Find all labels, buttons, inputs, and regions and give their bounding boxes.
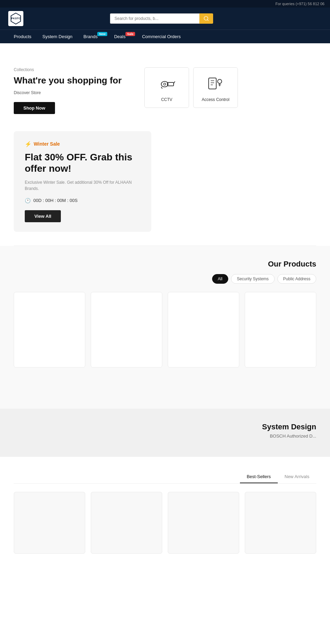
product-card[interactable] (91, 292, 162, 368)
sale-tag: ⚡ Winter Sale (25, 141, 140, 147)
bolt-icon: ⚡ (25, 141, 32, 147)
bestseller-card[interactable] (14, 492, 85, 554)
brands-new-badge: New (97, 32, 107, 36)
discover-link[interactable]: Discover Store (14, 90, 131, 95)
footer-spacer (0, 581, 330, 595)
search-button[interactable] (199, 13, 213, 24)
bestseller-card[interactable] (168, 492, 239, 554)
svg-rect-8 (209, 78, 216, 89)
search-icon (204, 16, 209, 21)
products-header: Our Products All Security Systems Public… (14, 260, 316, 284)
cctv-icon (156, 73, 177, 94)
sale-section: ⚡ Winter Sale Flat 30% OFF. Grab this of… (0, 124, 330, 246)
nav-commercial-orders[interactable]: Commercial Orders (136, 30, 186, 44)
product-card[interactable] (168, 292, 239, 368)
collections-section: Collections What're you shopping for Dis… (0, 57, 330, 124)
clock-icon: 🕐 (25, 198, 31, 203)
filter-tab-security[interactable]: Security Systems (231, 274, 275, 284)
countdown: 🕐 00D : 00H : 00M : 00S (25, 198, 140, 203)
svg-point-12 (218, 79, 222, 83)
bestsellers-grid (14, 492, 316, 561)
header: FKGTC (0, 8, 330, 30)
collections-text: Collections What're you shopping for Dis… (14, 67, 131, 114)
collections-heading: What're you shopping for (14, 75, 131, 86)
logo-area[interactable]: FKGTC (8, 11, 23, 26)
query-text: For queries (+971) 56 812 06 (275, 2, 324, 6)
search-area (110, 13, 220, 24)
products-grid (14, 292, 316, 388)
hero-section: Collections What're you shopping for Dis… (0, 43, 330, 246)
sale-description: Exclusive Winter Sale. Get additional 30… (25, 179, 140, 192)
countdown-value: 00D : 00H : 00M : 00S (33, 198, 78, 203)
main-nav: Products System Design Brands New Deals … (0, 30, 330, 43)
svg-line-5 (174, 81, 175, 83)
bestseller-card[interactable] (245, 492, 316, 554)
system-design-section: System Design BOSCH Authorized D... (0, 409, 330, 457)
nav-brands[interactable]: Brands New (78, 30, 109, 44)
access-control-label: Access Control (202, 97, 230, 102)
cctv-label: CCTV (161, 97, 173, 102)
system-design-subtitle: BOSCH Authorized D... (14, 433, 316, 439)
shop-now-button[interactable]: Shop Now (14, 102, 55, 114)
bestseller-card[interactable] (91, 492, 162, 554)
svg-line-7 (161, 87, 162, 89)
tab-best-sellers[interactable]: Best-Sellers (240, 471, 278, 483)
category-cards: CCTV Access Control (144, 67, 316, 108)
product-card[interactable] (14, 292, 85, 368)
filter-tab-public-address[interactable]: Public Address (277, 274, 316, 284)
sale-card: ⚡ Winter Sale Flat 30% OFF. Grab this of… (14, 131, 151, 232)
sale-tag-text: Winter Sale (34, 141, 60, 147)
filter-tabs: All Security Systems Public Address (14, 274, 316, 284)
category-card-cctv[interactable]: CCTV (144, 67, 189, 108)
collections-label: Collections (14, 67, 131, 72)
nav-deals[interactable]: Deals Sale (109, 30, 136, 44)
svg-point-6 (164, 83, 166, 85)
tab-new-arrivals[interactable]: New Arrivals (278, 471, 316, 483)
bestsellers-section: Best-Sellers New Arrivals (0, 457, 330, 581)
filter-tab-all[interactable]: All (212, 274, 228, 284)
system-design-title: System Design (14, 422, 316, 431)
access-control-icon (205, 73, 226, 94)
tabs-row: Best-Sellers New Arrivals (14, 471, 316, 484)
nav-products[interactable]: Products (8, 30, 37, 44)
svg-text:FKGTC: FKGTC (11, 17, 21, 20)
category-card-access-control[interactable]: Access Control (193, 67, 238, 108)
deals-sale-badge: Sale (125, 32, 135, 36)
products-section: Our Products All Security Systems Public… (0, 246, 330, 409)
search-input[interactable] (110, 13, 199, 24)
nav-system-design[interactable]: System Design (37, 30, 78, 44)
sale-heading: Flat 30% OFF. Grab this offer now! (25, 151, 140, 174)
products-title: Our Products (14, 260, 316, 269)
product-card[interactable] (245, 292, 316, 368)
top-bar: For queries (+971) 56 812 06 (0, 0, 330, 8)
logo-icon: FKGTC (8, 11, 23, 26)
view-all-button[interactable]: View All (25, 210, 61, 222)
